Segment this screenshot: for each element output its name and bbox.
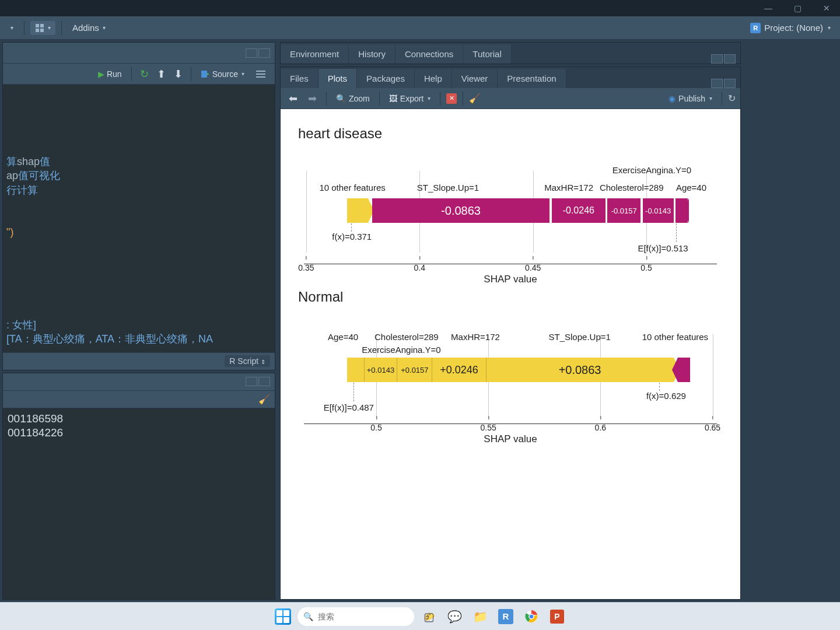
divider <box>379 92 380 106</box>
addins-button[interactable]: Addins ▾ <box>68 20 110 35</box>
grid-button[interactable]: ▾ <box>30 21 55 35</box>
tick-label: 0.6 <box>595 423 606 432</box>
tab-history[interactable]: History <box>349 44 396 64</box>
taskbar-search[interactable]: 🔍 🌮 <box>298 607 414 626</box>
up-arrow-button[interactable]: ⬆ <box>155 66 168 82</box>
shap-feature-label: ST_Slope.Up=1 <box>417 183 479 192</box>
shap-base-label: E[f(x)]=0.487 <box>324 402 374 412</box>
taskbar-app-powerpoint[interactable]: P <box>546 606 568 628</box>
magnifier-icon: 🔍 <box>336 94 346 103</box>
tick-label: 0.35 <box>298 263 314 272</box>
refresh-plot-button[interactable]: ↻ <box>728 93 736 104</box>
main-toolbar: ▾ ▾ Addins ▾ R Project: (None) ▾ <box>0 16 840 40</box>
plots-pane: Files Plots Packages Help Viewer Present… <box>280 66 741 600</box>
divider <box>24 21 24 35</box>
tick-label: 0.5 <box>370 423 382 432</box>
tab-viewer[interactable]: Viewer <box>452 69 498 88</box>
taskbar-app-explorer[interactable]: 📁 <box>469 606 491 628</box>
divider <box>440 92 440 106</box>
shap-value: +0.0157 <box>401 366 428 374</box>
divider <box>463 92 463 106</box>
shap-base-label: E[f(x)]=0.513 <box>638 243 688 253</box>
shap-value: -0.0143 <box>645 206 671 215</box>
pane-minimize-button[interactable] <box>246 48 257 58</box>
console-line: 001186598 <box>8 412 270 426</box>
taskbar-app-chrome[interactable] <box>520 606 542 628</box>
project-selector[interactable]: R Project: (None) ▾ <box>746 20 835 36</box>
task-view-button[interactable]: ▢ <box>418 606 440 628</box>
tab-presentation[interactable]: Presentation <box>498 69 566 88</box>
svg-rect-7 <box>256 76 265 78</box>
shap-feature-label: Cholesterol=289 <box>374 332 439 342</box>
run-button[interactable]: ▶ Run <box>94 68 125 80</box>
pane-maximize-button[interactable] <box>724 79 736 88</box>
divider <box>131 67 132 81</box>
image-icon: 🖼 <box>389 94 397 103</box>
tab-files[interactable]: Files <box>281 69 318 88</box>
tick-label: 0.5 <box>640 263 652 272</box>
rerun-button[interactable]: ↻ <box>138 66 151 82</box>
x-axis-label: SHAP value <box>484 433 537 445</box>
divider <box>722 92 722 106</box>
tab-tutorial[interactable]: Tutorial <box>463 44 511 64</box>
shap-feature-label: Age=40 <box>328 332 358 342</box>
tab-plots[interactable]: Plots <box>318 69 357 88</box>
run-label: Run <box>107 69 122 79</box>
language-selector[interactable]: R Script ⇕ <box>225 355 270 367</box>
pane-minimize-button[interactable] <box>711 79 723 88</box>
source-icon <box>201 69 210 79</box>
remove-plot-button[interactable]: ✕ <box>446 93 457 104</box>
svg-point-10 <box>529 614 534 619</box>
pane-maximize-button[interactable] <box>724 54 736 64</box>
addins-label: Addins <box>72 23 99 33</box>
windows-taskbar: 🔍 🌮 ▢ 💬 📁 R P <box>0 602 840 630</box>
publish-button[interactable]: ◉ Publish ▾ <box>665 92 716 105</box>
plots-toolbar: ⬅ ➡ 🔍 Zoom 🖼 Export ▾ ✕ 🧹 <box>281 88 740 109</box>
down-arrow-button[interactable]: ⬇ <box>172 66 185 82</box>
taskbar-app-rstudio[interactable]: R <box>495 606 517 628</box>
project-label: Project: (None) <box>764 23 823 33</box>
divider <box>61 21 62 35</box>
outline-button[interactable] <box>251 68 270 80</box>
window-titlebar: — ▢ ✕ <box>0 0 840 16</box>
tab-environment[interactable]: Environment <box>281 44 349 64</box>
pane-maximize-button[interactable] <box>258 377 270 386</box>
console-output[interactable]: 001186598 001184226 <box>3 408 275 599</box>
pane-maximize-button[interactable] <box>258 48 270 58</box>
tick-label: 0.65 <box>705 423 720 432</box>
code-text: ") <box>6 226 13 238</box>
start-menu-button[interactable] <box>272 606 294 628</box>
clear-plots-icon[interactable]: 🧹 <box>469 93 481 104</box>
clear-console-icon[interactable]: 🧹 <box>258 394 270 405</box>
pane-minimize-button[interactable] <box>711 54 723 64</box>
search-input[interactable] <box>318 612 420 621</box>
source-button[interactable]: Source ▾ <box>197 68 248 80</box>
zoom-button[interactable]: 🔍 Zoom <box>332 92 373 105</box>
plot-back-button[interactable]: ⬅ <box>285 91 301 106</box>
close-button[interactable]: ✕ <box>818 4 835 13</box>
plot-forward-button[interactable]: ➡ <box>304 91 320 106</box>
shap-fx-label: f(x)=0.371 <box>332 232 372 242</box>
code-text: 值可视化 <box>18 170 60 181</box>
code-text: ap <box>6 170 18 181</box>
console-pane: 🧹 001186598 001184226 <box>2 373 275 600</box>
chrome-icon <box>524 610 538 624</box>
r-logo-icon: R <box>750 23 761 33</box>
run-icon: ▶ <box>98 69 104 79</box>
maximize-button[interactable]: ▢ <box>789 4 806 13</box>
shap-feature-label: ExerciseAngina.Y=0 <box>362 345 441 355</box>
plot-canvas: heart disease ExerciseAngina.Y=0 10 othe… <box>281 109 740 599</box>
minimize-button[interactable]: — <box>760 4 777 13</box>
export-button[interactable]: 🖼 Export ▾ <box>386 92 434 105</box>
tab-packages[interactable]: Packages <box>357 69 415 88</box>
tab-help[interactable]: Help <box>415 69 452 88</box>
toolbar-misc-button[interactable]: ▾ <box>5 22 18 33</box>
pane-minimize-button[interactable] <box>246 377 257 386</box>
taskbar-app-wechat[interactable]: 💬 <box>443 606 466 628</box>
shap-value: -0.0157 <box>611 206 637 215</box>
tick-label: 0.45 <box>525 263 541 272</box>
shap-feature-label: 10 other features <box>319 183 385 192</box>
svg-rect-2 <box>36 29 39 32</box>
code-editor[interactable]: 算shap值 ap值可视化 行计算 ") : 女性] [TA：典型心绞痛，ATA… <box>3 85 275 352</box>
tab-connections[interactable]: Connections <box>396 44 463 64</box>
